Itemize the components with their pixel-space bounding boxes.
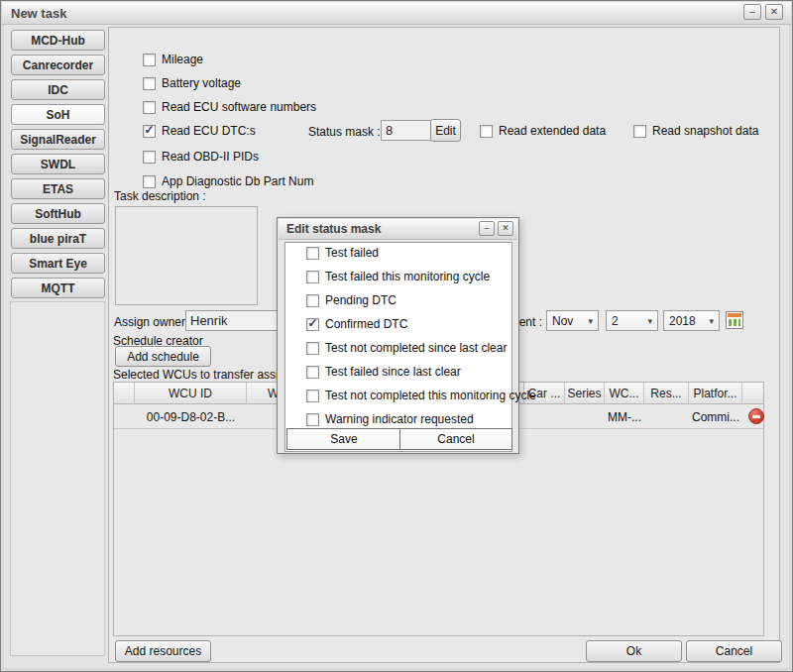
remove-icon[interactable]	[748, 408, 764, 424]
edit-status-mask-button[interactable]: Edit	[430, 119, 461, 142]
dialog-row-failed-since-clear: Test failed since last clear	[306, 365, 461, 379]
dialog-save-button[interactable]: Save	[286, 428, 401, 450]
app-diagnostic-checkbox[interactable]	[143, 175, 156, 188]
tab-label: MQTT	[42, 281, 75, 295]
dialog-close-button[interactable]: ✕	[498, 221, 513, 236]
tab-label: Canrecorder	[23, 58, 93, 72]
selected-wcus-label: Selected WCUs to transfer assign	[113, 368, 291, 382]
sidebar-item-mcd-hub[interactable]: MCD-Hub	[11, 30, 105, 51]
status-mask-label: Status mask :	[308, 125, 381, 139]
button-label: Cancel	[437, 432, 474, 446]
dialog-minimize-button[interactable]: –	[479, 221, 495, 236]
sidebar-item-softhub[interactable]: SoftHub	[11, 203, 105, 224]
confirmed-dtc-checkbox[interactable]: ✓	[306, 318, 319, 331]
checkbox-label: Pending DTC	[325, 293, 396, 307]
read-snapshot-row: Read snapshot data	[633, 124, 758, 138]
year-value: 2018	[669, 314, 696, 328]
sidebar-item-soh[interactable]: SoH	[11, 104, 105, 125]
column-header-wcu-id[interactable]: WCU ID	[135, 383, 247, 404]
pending-dtc-checkbox[interactable]	[306, 294, 319, 307]
sidebar-item-etas[interactable]: ETAS	[11, 178, 105, 199]
add-resources-button[interactable]: Add resources	[115, 640, 211, 662]
day-dropdown[interactable]: 2 ▾	[606, 310, 658, 331]
cancel-button[interactable]: Cancel	[686, 640, 782, 662]
sidebar-item-signalreader[interactable]: SignalReader	[11, 129, 105, 150]
check-icon: ✓	[144, 124, 154, 136]
column-header-wc2[interactable]: WC...	[605, 383, 644, 404]
sidebar-item-smart-eye[interactable]: Smart Eye	[11, 253, 105, 274]
column-header-actions	[742, 383, 763, 404]
column-header-empty	[114, 383, 135, 404]
option-row-obd-pids: Read OBD-II PIDs	[143, 150, 259, 164]
button-label: Add resources	[125, 644, 201, 658]
dialog-cancel-button[interactable]: Cancel	[399, 428, 512, 450]
checkbox-label: Test failed	[325, 246, 379, 260]
test-failed-this-cycle-checkbox[interactable]	[306, 271, 319, 283]
read-snapshot-data-checkbox[interactable]	[633, 125, 646, 138]
platform-cell: Commi...	[689, 410, 742, 424]
window-title: New task	[2, 6, 66, 21]
tab-label: ETAS	[43, 182, 73, 196]
read-extended-data-checkbox[interactable]	[480, 125, 493, 138]
tab-label: IDC	[48, 83, 68, 97]
column-header-res[interactable]: Res...	[644, 383, 689, 404]
sidebar-item-mqtt[interactable]: MQTT	[11, 278, 105, 298]
day-value: 2	[612, 314, 619, 328]
sidebar-item-swdl[interactable]: SWDL	[11, 154, 105, 174]
button-label: Save	[330, 432, 357, 446]
tab-label: SoftHub	[35, 207, 81, 221]
sidebar-item-blue-pirat[interactable]: blue piraT	[11, 228, 105, 249]
sidebar-empty-panel	[10, 301, 105, 656]
test-failed-since-clear-checkbox[interactable]	[306, 366, 319, 379]
sidebar-item-canrecorder[interactable]: Canrecorder	[11, 55, 105, 75]
window-titlebar: New task	[2, 2, 791, 25]
dialog-row-test-failed-cycle: Test failed this monitoring cycle	[306, 270, 490, 283]
add-schedule-button[interactable]: Add schedule	[115, 346, 211, 367]
tab-label: SignalReader	[20, 133, 96, 147]
mileage-checkbox[interactable]	[143, 54, 156, 66]
ok-button[interactable]: Ok	[586, 640, 682, 662]
month-value: Nov	[552, 314, 573, 328]
checkbox-label: Read ECU software numbers	[162, 100, 316, 114]
dialog-title: Edit status mask	[279, 222, 381, 236]
test-not-completed-since-clear-checkbox[interactable]	[306, 342, 319, 355]
edit-status-mask-dialog: Edit status mask – ✕ Test failed Test fa…	[277, 217, 519, 454]
column-header-platform[interactable]: Platfor...	[689, 383, 742, 404]
close-button[interactable]: ✕	[765, 4, 783, 20]
read-extended-row: Read extended data	[480, 124, 606, 138]
wc-cell: MM-...	[605, 410, 644, 424]
read-obd-pids-checkbox[interactable]	[143, 151, 156, 164]
year-dropdown[interactable]: 2018 ▾	[663, 310, 720, 331]
read-ecu-software-checkbox[interactable]	[143, 101, 156, 114]
status-mask-input[interactable]	[381, 120, 432, 141]
assign-owner-label: Assign owner :	[114, 315, 192, 329]
test-not-completed-this-cycle-checkbox[interactable]	[306, 390, 319, 402]
dialog-row-not-completed-clear: Test not completed since last clear	[306, 341, 507, 355]
task-description-textarea[interactable]	[115, 206, 258, 305]
dialog-row-not-completed-cycle: Test not completed this monitoring cycle	[306, 389, 536, 402]
option-row-ecu-software: Read ECU software numbers	[143, 100, 316, 114]
chevron-down-icon: ▾	[647, 316, 652, 326]
button-label: Ok	[626, 644, 641, 658]
column-header-series[interactable]: Series	[565, 383, 605, 404]
dialog-row-test-failed: Test failed	[306, 246, 379, 260]
checkbox-label: Test not completed since last clear	[325, 341, 507, 355]
chevron-down-icon: ▾	[709, 316, 714, 326]
option-row-mileage: Mileage	[143, 53, 203, 66]
battery-voltage-checkbox[interactable]	[143, 77, 156, 90]
checkbox-label: Test failed this monitoring cycle	[325, 270, 490, 283]
checkbox-label: Confirmed DTC	[325, 317, 407, 331]
month-dropdown[interactable]: Nov ▾	[546, 310, 599, 331]
chevron-down-icon: ▾	[588, 316, 593, 326]
check-icon: ✓	[307, 317, 317, 329]
dialog-row-confirmed-dtc: ✓ Confirmed DTC	[306, 317, 407, 331]
minimize-button[interactable]: –	[743, 4, 761, 20]
sidebar-item-idc[interactable]: IDC	[11, 79, 105, 100]
tab-label: SWDL	[41, 158, 75, 171]
minimize-icon: –	[484, 224, 489, 233]
warning-indicator-checkbox[interactable]	[306, 413, 319, 426]
read-ecu-dtc-checkbox[interactable]: ✓	[143, 125, 156, 138]
test-failed-checkbox[interactable]	[306, 247, 319, 260]
option-row-ecu-dtc: ✓ Read ECU DTC:s	[143, 124, 256, 138]
calendar-icon[interactable]	[726, 311, 743, 329]
